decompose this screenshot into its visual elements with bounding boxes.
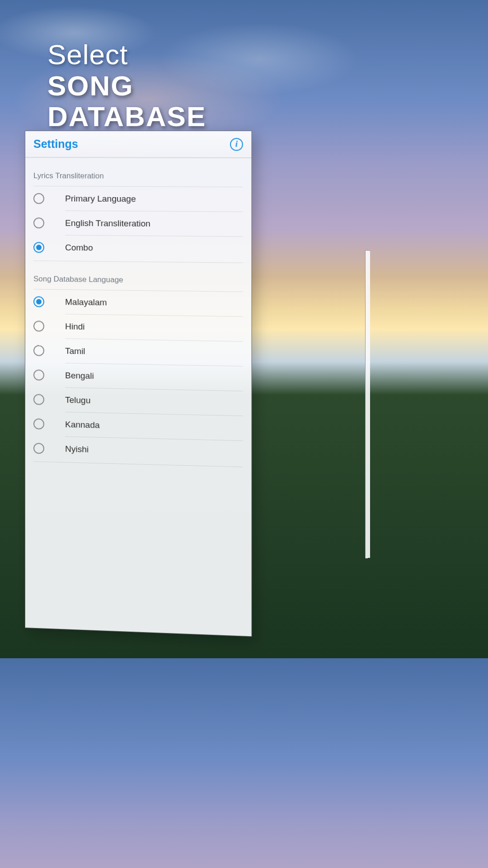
- database-option[interactable]: Hindi: [33, 314, 243, 341]
- option-label: Nyishi: [65, 444, 243, 465]
- option-label: Hindi: [65, 321, 243, 341]
- info-icon[interactable]: i: [230, 138, 243, 151]
- title-line-1: Select: [47, 38, 206, 71]
- transliteration-option[interactable]: Combo: [33, 235, 243, 262]
- transliteration-option[interactable]: Primary Language: [33, 186, 243, 212]
- settings-header: Settings i: [25, 131, 251, 158]
- settings-title: Settings: [33, 137, 78, 151]
- secondary-panel-edge: [365, 250, 370, 558]
- promo-title: Select SONG DATABASE: [47, 38, 206, 132]
- radio-icon[interactable]: [33, 369, 44, 380]
- option-label: Malayalam: [65, 297, 243, 317]
- radio-icon[interactable]: [33, 193, 44, 204]
- option-label: Bengali: [65, 370, 243, 391]
- radio-icon[interactable]: [33, 296, 44, 307]
- database-option[interactable]: Telugu: [33, 387, 243, 416]
- transliteration-option[interactable]: English Transliteration: [33, 211, 243, 237]
- radio-icon[interactable]: [33, 321, 44, 331]
- option-label: Primary Language: [65, 193, 243, 212]
- radio-icon[interactable]: [33, 418, 44, 429]
- transliteration-section: Lyrics Transliteration Primary LanguageE…: [25, 158, 251, 263]
- database-option[interactable]: Malayalam: [33, 289, 243, 317]
- database-section-title: Song Database Language: [33, 261, 243, 292]
- radio-icon[interactable]: [33, 443, 44, 454]
- radio-icon[interactable]: [33, 217, 44, 228]
- radio-icon[interactable]: [33, 242, 44, 253]
- title-line-3: DATABASE: [47, 101, 206, 132]
- transliteration-section-title: Lyrics Transliteration: [33, 158, 243, 187]
- option-label: English Transliteration: [65, 218, 243, 236]
- option-label: Tamil: [65, 346, 243, 366]
- title-line-2: SONG: [47, 71, 206, 101]
- database-option[interactable]: Nyishi: [33, 436, 243, 466]
- info-glyph: i: [235, 139, 238, 149]
- database-option[interactable]: Tamil: [33, 338, 243, 366]
- radio-icon[interactable]: [33, 394, 44, 405]
- option-label: Combo: [65, 243, 243, 261]
- radio-icon[interactable]: [33, 345, 44, 356]
- settings-panel: Settings i Lyrics Transliteration Primar…: [25, 131, 252, 637]
- database-section: Song Database Language MalayalamHindiTam…: [25, 261, 251, 467]
- database-option[interactable]: Bengali: [33, 363, 243, 391]
